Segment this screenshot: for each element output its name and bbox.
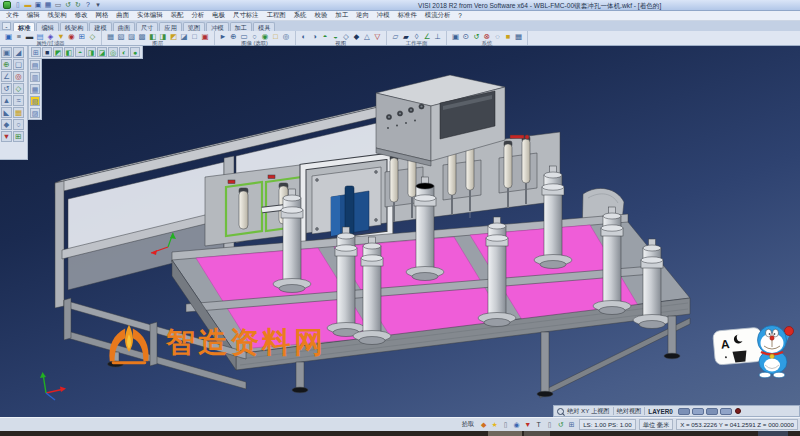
layer-swatch[interactable] (692, 408, 704, 415)
menu-item[interactable]: 编辑 (23, 11, 44, 20)
menu-item[interactable]: 实体编辑 (133, 11, 167, 20)
ribbon-icon[interactable]: ▩ (138, 32, 147, 41)
qat-icon[interactable]: ↻ (74, 1, 82, 9)
status-icon[interactable]: ↺ (556, 420, 565, 429)
left-tool-icon[interactable]: ⊕ (1, 59, 12, 70)
left-tool-icon[interactable]: ◢ (13, 47, 24, 58)
toolbar-tab[interactable]: 冲模 (206, 22, 228, 31)
qat-icon[interactable]: ▯ (14, 1, 22, 9)
ribbon-icon[interactable]: ▦ (106, 32, 115, 41)
ribbon-icon[interactable]: ▣ (201, 32, 210, 41)
ribbon-icon[interactable]: □ (271, 32, 280, 41)
view-toolbar-icon[interactable]: ◪ (97, 47, 107, 57)
toolbar-tab[interactable]: 曲面 (113, 22, 135, 31)
ribbon-icon[interactable]: ▧ (117, 32, 126, 41)
taskbar-segment[interactable] (488, 431, 522, 436)
status-icon[interactable]: ⊞ (567, 420, 576, 429)
ribbon-icon[interactable]: ▬ (25, 32, 34, 41)
ribbon-icon[interactable]: ▨ (127, 32, 136, 41)
toolbar-tab[interactable]: 应用 (159, 22, 181, 31)
ribbon-icon[interactable]: ◉ (67, 32, 76, 41)
toolbar-tab[interactable]: 线架构 (60, 22, 89, 31)
ribbon-icon[interactable]: ⊕ (229, 32, 238, 41)
status-icon[interactable]: ▯ (501, 420, 510, 429)
ribbon-icon[interactable]: ◑ (310, 32, 319, 41)
menu-item[interactable]: 标准件 (394, 11, 421, 20)
status-icon[interactable]: ★ (490, 420, 499, 429)
ribbon-icon[interactable]: ↺ (472, 32, 481, 41)
mini-tool-icon[interactable]: ▤ (30, 60, 40, 70)
toolbar-tab[interactable]: 建模 (89, 22, 111, 31)
left-tool-icon[interactable]: ○ (13, 119, 24, 130)
mini-tool-icon[interactable]: ▧ (30, 96, 40, 106)
layer-swatch[interactable] (678, 408, 690, 415)
view-mode-label[interactable]: 绝对 XY 上视图 (567, 407, 610, 416)
toolbar-tab[interactable]: 编辑 (36, 22, 58, 31)
status-icon[interactable]: ▯ (545, 420, 554, 429)
mini-tool-icon[interactable]: ▨ (30, 108, 40, 118)
menu-item[interactable]: 系统 (290, 11, 311, 20)
left-tool-icon[interactable]: ◇ (13, 83, 24, 94)
status-icon[interactable]: ▼ (523, 420, 532, 429)
view-toolbar-icon[interactable]: ● (130, 47, 140, 57)
qat-icon[interactable]: ▭ (54, 1, 62, 9)
menu-item[interactable]: 校验 (311, 11, 332, 20)
toolbar-tab[interactable]: 加工 (230, 22, 252, 31)
toolbar-tab[interactable]: 标准 (13, 22, 35, 31)
ribbon-icon[interactable]: ≡ (15, 32, 24, 41)
toolbar-tab[interactable]: 尺寸 (136, 22, 158, 31)
left-tool-icon[interactable]: ∠ (1, 71, 12, 82)
left-tool-icon[interactable]: ▲ (1, 95, 12, 106)
ribbon-icon[interactable]: ◪ (180, 32, 189, 41)
ribbon-icon[interactable]: ► (219, 32, 228, 41)
ribbon-icon[interactable]: ◐ (300, 32, 309, 41)
view-toolbar-icon[interactable]: ■ (42, 47, 52, 57)
ribbon-icon[interactable]: ⊥ (433, 32, 442, 41)
menu-item[interactable]: 装配 (167, 11, 188, 20)
taskbar-segment[interactable] (524, 431, 550, 436)
mini-tool-icon[interactable]: ▥ (30, 72, 40, 82)
units-info[interactable]: 单位 毫米 (639, 419, 673, 430)
layer-swatch[interactable] (706, 408, 718, 415)
layer-label[interactable]: LAYER0 (648, 408, 673, 415)
ribbon-icon[interactable]: ◇ (88, 32, 97, 41)
qat-icon[interactable]: ▣ (34, 1, 42, 9)
qat-icon[interactable]: ? (84, 1, 92, 9)
ribbon-icon[interactable]: △ (363, 32, 372, 41)
left-tool-icon[interactable]: ▦ (13, 107, 24, 118)
menu-item[interactable]: 逆向 (352, 11, 373, 20)
qat-icon[interactable]: ▦ (44, 1, 52, 9)
status-icon[interactable]: ◆ (479, 420, 488, 429)
view-toolbar-icon[interactable]: ◐ (119, 47, 129, 57)
left-tool-icon[interactable]: ▼ (1, 131, 12, 142)
left-tool-icon[interactable]: ▣ (1, 47, 12, 58)
toolbar-tab[interactable]: 览图 (183, 22, 205, 31)
view-toolbar-icon[interactable]: ◩ (53, 47, 63, 57)
menu-item[interactable]: 文件 (2, 11, 23, 20)
viewport-3d[interactable]: ⊞■◩◧◓◨◪◎◐● ▣◢⊕▢∠◎↺◇▲≈◣▦◆○▼⊞ ▤▥▦▧▨ 智造资料网 (0, 46, 800, 417)
ribbon-icon[interactable]: ◎ (282, 32, 291, 41)
status-icon[interactable]: T (534, 420, 543, 429)
qat-icon[interactable]: ↺ (64, 1, 72, 9)
ribbon-icon[interactable]: ◓ (321, 32, 330, 41)
ribbon-icon[interactable]: □ (190, 32, 199, 41)
menu-item[interactable]: 尺寸标注 (229, 11, 263, 20)
record-indicator-icon[interactable] (735, 408, 741, 414)
ribbon-icon[interactable]: ▣ (4, 32, 13, 41)
view-toolbar-icon[interactable]: ◧ (64, 47, 74, 57)
left-tool-icon[interactable]: ◣ (1, 107, 12, 118)
view-toolbar-icon[interactable]: ◓ (75, 47, 85, 57)
left-tool-icon[interactable]: ≈ (13, 95, 24, 106)
collapse-button[interactable]: - (2, 22, 11, 30)
ribbon-icon[interactable]: ▣ (451, 32, 460, 41)
menu-item[interactable]: 电极 (208, 11, 229, 20)
cpl-label[interactable]: 绝对视图 (617, 407, 642, 416)
ribbon-icon[interactable]: ▽ (373, 32, 382, 41)
view-toolbar-icon[interactable]: ◎ (108, 47, 118, 57)
menu-item[interactable]: 曲面 (112, 11, 133, 20)
menu-item[interactable]: 冲模 (373, 11, 394, 20)
ribbon-icon[interactable]: ◩ (169, 32, 178, 41)
taskbar-segment[interactable] (758, 431, 788, 436)
ribbon-icon[interactable]: ■ (504, 32, 513, 41)
left-tool-icon[interactable]: ▢ (13, 59, 24, 70)
